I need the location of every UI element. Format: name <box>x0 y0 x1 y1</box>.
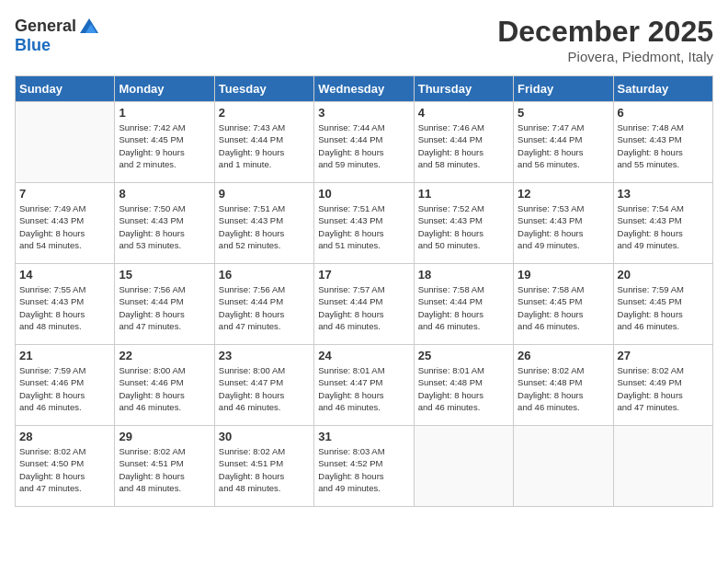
day-number: 20 <box>618 268 709 282</box>
day-info: Sunrise: 7:58 AM Sunset: 4:45 PM Dayligh… <box>518 283 609 332</box>
day-number: 29 <box>119 430 210 443</box>
calendar-cell: 9Sunrise: 7:51 AM Sunset: 4:43 PM Daylig… <box>214 183 313 264</box>
day-number: 5 <box>518 106 609 120</box>
calendar-cell: 25Sunrise: 8:01 AM Sunset: 4:48 PM Dayli… <box>414 345 513 426</box>
month-title: December 2025 <box>497 15 713 49</box>
calendar-cell: 7Sunrise: 7:49 AM Sunset: 4:43 PM Daylig… <box>16 183 115 264</box>
day-info: Sunrise: 7:58 AM Sunset: 4:44 PM Dayligh… <box>418 283 509 332</box>
title-area: December 2025 Piovera, Piedmont, Italy <box>497 15 713 64</box>
calendar-cell: 2Sunrise: 7:43 AM Sunset: 4:44 PM Daylig… <box>214 102 313 183</box>
day-number: 3 <box>318 106 409 120</box>
calendar-table: SundayMondayTuesdayWednesdayThursdayFrid… <box>15 75 713 507</box>
calendar-cell: 13Sunrise: 7:54 AM Sunset: 4:43 PM Dayli… <box>613 183 712 264</box>
day-info: Sunrise: 8:02 AM Sunset: 4:48 PM Dayligh… <box>518 364 609 413</box>
day-info: Sunrise: 7:55 AM Sunset: 4:43 PM Dayligh… <box>19 283 110 332</box>
logo-blue: Blue <box>15 36 51 54</box>
calendar-header-row: SundayMondayTuesdayWednesdayThursdayFrid… <box>16 76 713 102</box>
day-number: 2 <box>219 106 310 120</box>
day-info: Sunrise: 7:53 AM Sunset: 4:43 PM Dayligh… <box>518 202 609 251</box>
calendar-cell: 24Sunrise: 8:01 AM Sunset: 4:47 PM Dayli… <box>314 345 414 426</box>
day-info: Sunrise: 7:43 AM Sunset: 4:44 PM Dayligh… <box>219 121 310 170</box>
calendar-cell: 3Sunrise: 7:44 AM Sunset: 4:44 PM Daylig… <box>314 102 414 183</box>
day-number: 27 <box>618 349 709 362</box>
day-info: Sunrise: 8:02 AM Sunset: 4:51 PM Dayligh… <box>119 445 210 494</box>
day-info: Sunrise: 7:56 AM Sunset: 4:44 PM Dayligh… <box>219 283 310 332</box>
day-info: Sunrise: 7:57 AM Sunset: 4:44 PM Dayligh… <box>318 283 409 332</box>
day-info: Sunrise: 7:49 AM Sunset: 4:43 PM Dayligh… <box>19 202 110 251</box>
logo-icon <box>78 15 100 37</box>
calendar-cell: 20Sunrise: 7:59 AM Sunset: 4:45 PM Dayli… <box>613 264 712 345</box>
calendar-cell <box>514 426 613 507</box>
day-number: 22 <box>119 349 210 362</box>
day-number: 30 <box>219 430 310 443</box>
day-number: 21 <box>19 349 110 362</box>
day-info: Sunrise: 8:02 AM Sunset: 4:50 PM Dayligh… <box>19 445 110 494</box>
day-info: Sunrise: 8:00 AM Sunset: 4:46 PM Dayligh… <box>119 364 210 413</box>
day-number: 6 <box>618 106 709 120</box>
calendar-cell <box>613 426 712 507</box>
calendar-cell: 19Sunrise: 7:58 AM Sunset: 4:45 PM Dayli… <box>514 264 613 345</box>
day-info: Sunrise: 7:56 AM Sunset: 4:44 PM Dayligh… <box>119 283 210 332</box>
calendar-cell: 17Sunrise: 7:57 AM Sunset: 4:44 PM Dayli… <box>314 264 414 345</box>
day-number: 26 <box>518 349 609 362</box>
day-number: 31 <box>318 430 409 443</box>
day-number: 28 <box>19 430 110 443</box>
calendar-cell: 23Sunrise: 8:00 AM Sunset: 4:47 PM Dayli… <box>214 345 313 426</box>
day-info: Sunrise: 7:59 AM Sunset: 4:46 PM Dayligh… <box>19 364 110 413</box>
day-info: Sunrise: 8:01 AM Sunset: 4:48 PM Dayligh… <box>418 364 509 413</box>
day-number: 24 <box>318 349 409 362</box>
day-header-tuesday: Tuesday <box>214 76 313 102</box>
day-info: Sunrise: 7:46 AM Sunset: 4:44 PM Dayligh… <box>418 121 509 170</box>
day-info: Sunrise: 8:02 AM Sunset: 4:49 PM Dayligh… <box>618 364 709 413</box>
day-info: Sunrise: 7:59 AM Sunset: 4:45 PM Dayligh… <box>618 283 709 332</box>
calendar-cell: 22Sunrise: 8:00 AM Sunset: 4:46 PM Dayli… <box>115 345 214 426</box>
calendar-cell: 14Sunrise: 7:55 AM Sunset: 4:43 PM Dayli… <box>16 264 115 345</box>
calendar-cell: 26Sunrise: 8:02 AM Sunset: 4:48 PM Dayli… <box>514 345 613 426</box>
calendar-week-row: 14Sunrise: 7:55 AM Sunset: 4:43 PM Dayli… <box>16 264 713 345</box>
day-info: Sunrise: 7:42 AM Sunset: 4:45 PM Dayligh… <box>119 121 210 170</box>
calendar-cell: 18Sunrise: 7:58 AM Sunset: 4:44 PM Dayli… <box>414 264 513 345</box>
calendar-cell: 29Sunrise: 8:02 AM Sunset: 4:51 PM Dayli… <box>115 426 214 507</box>
logo: General Blue <box>15 15 100 54</box>
location-subtitle: Piovera, Piedmont, Italy <box>497 49 713 64</box>
calendar-cell <box>414 426 513 507</box>
calendar-cell: 30Sunrise: 8:02 AM Sunset: 4:51 PM Dayli… <box>214 426 313 507</box>
day-info: Sunrise: 8:01 AM Sunset: 4:47 PM Dayligh… <box>318 364 409 413</box>
calendar-cell: 31Sunrise: 8:03 AM Sunset: 4:52 PM Dayli… <box>314 426 414 507</box>
day-header-monday: Monday <box>115 76 214 102</box>
day-number: 4 <box>418 106 509 120</box>
calendar-cell: 27Sunrise: 8:02 AM Sunset: 4:49 PM Dayli… <box>613 345 712 426</box>
calendar-cell: 28Sunrise: 8:02 AM Sunset: 4:50 PM Dayli… <box>16 426 115 507</box>
day-number: 17 <box>318 268 409 282</box>
day-number: 16 <box>219 268 310 282</box>
day-number: 18 <box>418 268 509 282</box>
day-info: Sunrise: 7:47 AM Sunset: 4:44 PM Dayligh… <box>518 121 609 170</box>
day-number: 14 <box>19 268 110 282</box>
calendar-cell: 4Sunrise: 7:46 AM Sunset: 4:44 PM Daylig… <box>414 102 513 183</box>
day-number: 8 <box>119 187 210 201</box>
calendar-week-row: 7Sunrise: 7:49 AM Sunset: 4:43 PM Daylig… <box>16 183 713 264</box>
calendar-week-row: 28Sunrise: 8:02 AM Sunset: 4:50 PM Dayli… <box>16 426 713 507</box>
calendar-week-row: 1Sunrise: 7:42 AM Sunset: 4:45 PM Daylig… <box>16 102 713 183</box>
calendar-cell: 6Sunrise: 7:48 AM Sunset: 4:43 PM Daylig… <box>613 102 712 183</box>
day-info: Sunrise: 7:50 AM Sunset: 4:43 PM Dayligh… <box>119 202 210 251</box>
calendar-week-row: 21Sunrise: 7:59 AM Sunset: 4:46 PM Dayli… <box>16 345 713 426</box>
calendar-cell: 1Sunrise: 7:42 AM Sunset: 4:45 PM Daylig… <box>115 102 214 183</box>
day-number: 13 <box>618 187 709 201</box>
day-number: 12 <box>518 187 609 201</box>
day-number: 19 <box>518 268 609 282</box>
calendar-cell: 16Sunrise: 7:56 AM Sunset: 4:44 PM Dayli… <box>214 264 313 345</box>
day-number: 7 <box>19 187 110 201</box>
day-number: 11 <box>418 187 509 201</box>
day-info: Sunrise: 7:52 AM Sunset: 4:43 PM Dayligh… <box>418 202 509 251</box>
calendar-cell: 15Sunrise: 7:56 AM Sunset: 4:44 PM Dayli… <box>115 264 214 345</box>
calendar-cell: 8Sunrise: 7:50 AM Sunset: 4:43 PM Daylig… <box>115 183 214 264</box>
day-number: 10 <box>318 187 409 201</box>
day-info: Sunrise: 8:02 AM Sunset: 4:51 PM Dayligh… <box>219 445 310 494</box>
day-info: Sunrise: 7:51 AM Sunset: 4:43 PM Dayligh… <box>318 202 409 251</box>
day-number: 9 <box>219 187 310 201</box>
calendar-cell: 21Sunrise: 7:59 AM Sunset: 4:46 PM Dayli… <box>16 345 115 426</box>
day-number: 25 <box>418 349 509 362</box>
calendar-cell: 5Sunrise: 7:47 AM Sunset: 4:44 PM Daylig… <box>514 102 613 183</box>
day-number: 1 <box>119 106 210 120</box>
